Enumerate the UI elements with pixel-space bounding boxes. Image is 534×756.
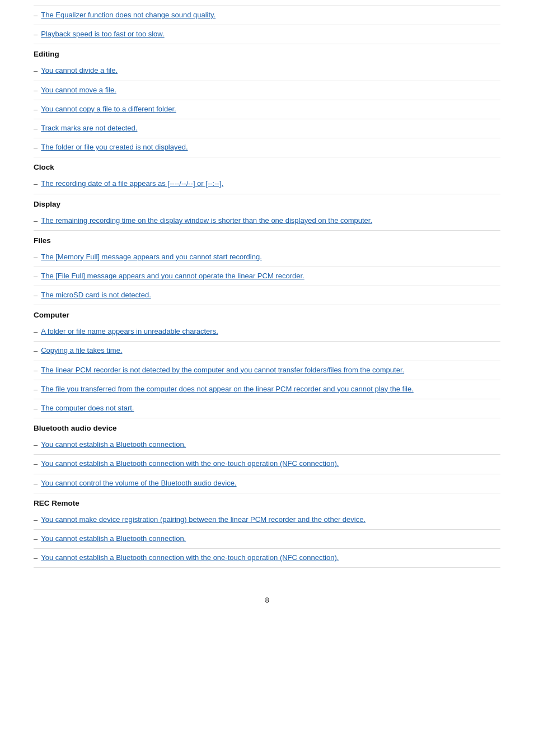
list-item: –The folder or file you created is not d… (34, 138, 500, 157)
list-item-link[interactable]: Copying a file takes time. (41, 346, 122, 356)
list-item: –You cannot divide a file. (34, 62, 500, 81)
list-item-prefix: – (34, 271, 38, 282)
list-item: –You cannot control the volume of the Bl… (34, 474, 500, 493)
list-item-prefix: – (34, 104, 38, 115)
list-item-prefix: – (34, 440, 38, 450)
list-item-prefix: – (34, 290, 38, 301)
list-item-link[interactable]: A folder or file name appears in unreada… (41, 326, 218, 337)
section-header-bluetooth-audio: Bluetooth audio device (34, 418, 500, 436)
list-item: –The linear PCM recorder is not detected… (34, 361, 500, 380)
section-files: Files–The [Memory Full] message appears … (34, 231, 500, 306)
list-item-prefix: – (34, 252, 38, 263)
list-item-prefix: – (34, 553, 38, 563)
section-clock: Clock–The recording date of a file appea… (34, 157, 500, 194)
list-item-link[interactable]: The Equalizer function does not change s… (41, 10, 216, 20)
list-item-link[interactable]: You cannot move a file. (41, 85, 116, 95)
list-item: –The computer does not start. (34, 399, 500, 418)
section-header-editing: Editing (34, 44, 500, 62)
list-item-prefix: – (34, 346, 38, 356)
list-item-prefix: – (34, 66, 38, 76)
list-item-link[interactable]: The file you transferred from the comput… (41, 384, 414, 394)
list-item: –Playback speed is too fast or too slow. (34, 25, 500, 44)
list-item-prefix: – (34, 29, 38, 40)
page-container: –The Equalizer function does not change … (0, 0, 534, 585)
list-item-link[interactable]: Playback speed is too fast or too slow. (41, 29, 164, 39)
list-item: –You cannot make device registration (pa… (34, 511, 500, 530)
list-item-link[interactable]: The [Memory Full] message appears and yo… (41, 252, 262, 262)
list-item: –The recording date of a file appears as… (34, 175, 500, 194)
list-item-link[interactable]: The microSD card is not detected. (41, 290, 151, 300)
list-item-link[interactable]: Track marks are not detected. (41, 123, 137, 133)
list-item: –You cannot establish a Bluetooth connec… (34, 549, 500, 568)
list-item: –The [Memory Full] message appears and y… (34, 248, 500, 267)
list-item: –You cannot move a file. (34, 81, 500, 100)
list-item-prefix: – (34, 365, 38, 376)
list-item-prefix: – (34, 478, 38, 489)
list-item-link[interactable]: You cannot establish a Bluetooth connect… (41, 534, 186, 544)
list-item-prefix: – (34, 142, 38, 153)
list-item-prefix: – (34, 515, 38, 525)
list-item: –Track marks are not detected. (34, 119, 500, 138)
list-item-prefix: – (34, 179, 38, 189)
list-item-link[interactable]: The computer does not start. (41, 403, 134, 413)
list-item-prefix: – (34, 534, 38, 544)
list-item-prefix: – (34, 216, 38, 226)
list-item-link[interactable]: The folder or file you created is not di… (41, 142, 188, 152)
list-item-prefix: – (34, 326, 38, 337)
list-item: –You cannot establish a Bluetooth connec… (34, 455, 500, 474)
list-item-prefix: – (34, 123, 38, 134)
list-item-link[interactable]: You cannot copy a file to a different fo… (41, 104, 176, 114)
list-item-link[interactable]: You cannot establish a Bluetooth connect… (41, 440, 186, 450)
list-item: –The remaining recording time on the dis… (34, 212, 500, 231)
section-display: Display–The remaining recording time on … (34, 194, 500, 231)
list-item-prefix: – (34, 384, 38, 395)
section-header-rec-remote: REC Remote (34, 493, 500, 511)
list-item: –The file you transferred from the compu… (34, 380, 500, 399)
list-item: –The [File Full] message appears and you… (34, 267, 500, 286)
list-item-link[interactable]: The linear PCM recorder is not detected … (41, 365, 404, 375)
list-item-prefix: – (34, 85, 38, 96)
list-item: –The Equalizer function does not change … (34, 6, 500, 25)
section-top-links: –The Equalizer function does not change … (34, 6, 500, 44)
list-item: –The microSD card is not detected. (34, 286, 500, 305)
section-header-computer: Computer (34, 305, 500, 323)
section-bluetooth-audio: Bluetooth audio device–You cannot establ… (34, 418, 500, 493)
list-item: –Copying a file takes time. (34, 342, 500, 361)
section-header-clock: Clock (34, 157, 500, 175)
list-item-prefix: – (34, 403, 38, 414)
list-item: –You cannot copy a file to a different f… (34, 100, 500, 119)
page-number: 8 (0, 596, 534, 604)
section-rec-remote: REC Remote–You cannot make device regist… (34, 493, 500, 568)
list-item: –You cannot establish a Bluetooth connec… (34, 530, 500, 549)
list-item-link[interactable]: You cannot establish a Bluetooth connect… (41, 459, 339, 469)
list-item-link[interactable]: You cannot divide a file. (41, 66, 118, 76)
section-header-files: Files (34, 231, 500, 248)
list-item: –A folder or file name appears in unread… (34, 323, 500, 342)
section-header-display: Display (34, 194, 500, 212)
list-item-link[interactable]: The remaining recording time on the disp… (41, 216, 372, 226)
list-item: –You cannot establish a Bluetooth connec… (34, 436, 500, 455)
list-item-prefix: – (34, 459, 38, 469)
list-item-link[interactable]: You cannot make device registration (pai… (41, 515, 366, 525)
list-item-link[interactable]: You cannot establish a Bluetooth connect… (41, 553, 339, 563)
list-item-prefix: – (34, 10, 38, 21)
list-item-link[interactable]: The [File Full] message appears and you … (41, 271, 304, 281)
section-editing: Editing–You cannot divide a file.–You ca… (34, 44, 500, 157)
list-item-link[interactable]: The recording date of a file appears as … (41, 179, 223, 189)
list-item-link[interactable]: You cannot control the volume of the Blu… (41, 478, 236, 488)
section-computer: Computer–A folder or file name appears i… (34, 305, 500, 418)
